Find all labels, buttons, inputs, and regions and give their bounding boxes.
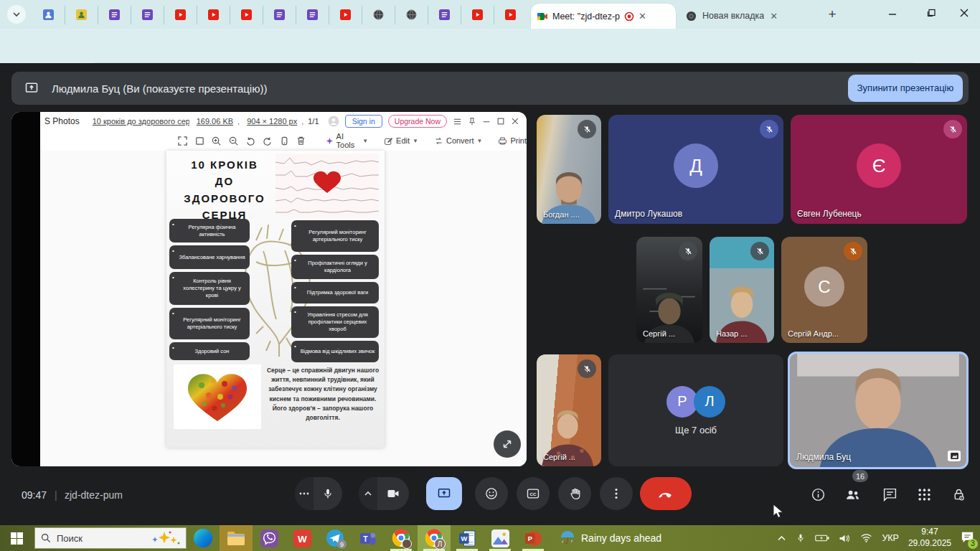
zoom-in-icon[interactable] (208, 133, 225, 148)
tray-clock[interactable]: 9:47 29.09.2025 (908, 527, 951, 549)
host-controls-button[interactable] (950, 486, 967, 503)
participant-tile-dmytro[interactable]: Д Дмитро Лукашов (608, 115, 783, 224)
divider: | (55, 489, 57, 501)
participant-tile-serhii1[interactable]: Сергій ... (636, 237, 702, 343)
captions-button[interactable]: CC (517, 477, 550, 510)
start-button[interactable] (0, 525, 33, 551)
fullscreen-icon[interactable] (174, 133, 192, 148)
taskbar-photos[interactable] (484, 525, 517, 551)
photos-filesize: 169.06 KB (197, 117, 233, 126)
tab-search-button[interactable] (7, 5, 26, 24)
app-minimize-icon[interactable] (482, 117, 491, 126)
account-icon[interactable] (328, 116, 339, 127)
app-close-icon[interactable] (511, 117, 519, 126)
search-highlights-icon[interactable] (150, 530, 180, 546)
tray-mic-icon[interactable] (796, 532, 806, 544)
raise-hand-button[interactable] (558, 477, 591, 510)
camera-effects-icon[interactable] (948, 451, 961, 461)
reactions-button[interactable] (475, 477, 508, 510)
app-menu-icon[interactable] (453, 117, 462, 126)
taskbar-edge[interactable] (187, 525, 220, 551)
taskbar-telegram[interactable]: 9 (319, 525, 352, 551)
taskbar-teams[interactable]: T (352, 525, 385, 551)
tab-close-icon[interactable]: ✕ (639, 11, 646, 21)
stop-presentation-button[interactable]: Зупинити презентацію (848, 75, 963, 102)
mic-button[interactable] (295, 477, 342, 510)
tray-chevron-icon[interactable] (777, 534, 786, 542)
tab-meet[interactable]: Meet: "zjd-dtez-p ✕ (531, 4, 676, 29)
chat-button[interactable] (881, 486, 898, 503)
taskbar-word[interactable]: W (451, 525, 484, 551)
taskbar-powerpoint[interactable]: P (517, 525, 550, 551)
flip-icon[interactable] (276, 133, 293, 148)
rotate-left-icon[interactable] (242, 133, 259, 148)
taskbar-search[interactable]: Поиск (34, 527, 187, 549)
pinned-tab-youtube[interactable] (494, 6, 527, 24)
zoom-out-icon[interactable] (225, 133, 242, 148)
pinned-tab-web[interactable] (362, 6, 395, 24)
participant-tile-liudmyla[interactable]: Людмила Буц (788, 352, 969, 469)
pinned-tab-youtube[interactable] (230, 6, 263, 24)
expand-presentation-button[interactable] (494, 430, 521, 458)
taskbar-viber[interactable] (253, 525, 286, 551)
participant-tile-bohdan[interactable]: Богдан .... (537, 115, 601, 224)
mic-options-icon[interactable] (295, 477, 314, 510)
tab-new[interactable]: Новая вкладка ✕ (680, 6, 801, 26)
pinned-tab-youtube[interactable] (329, 6, 362, 24)
rotate-right-icon[interactable] (259, 133, 276, 148)
present-button-active[interactable] (426, 477, 462, 510)
ai-tools-button[interactable]: AI Tools▼ (326, 132, 368, 149)
wifi-icon[interactable] (860, 533, 872, 543)
more-options-button[interactable] (600, 477, 633, 510)
taskbar-weather[interactable]: Rainy days ahead (560, 530, 661, 546)
end-call-button[interactable] (640, 477, 692, 510)
camera-options-icon[interactable] (359, 477, 377, 510)
activities-button[interactable] (915, 486, 933, 503)
participant-tile-nazar[interactable]: Назар ... (710, 237, 774, 343)
photos-filename[interactable]: 10 кроків до здорового серця.jpg (93, 117, 189, 126)
battery-icon[interactable] (815, 533, 829, 543)
window-close-button[interactable] (948, 0, 980, 26)
taskbar-wps[interactable]: W (286, 525, 319, 551)
participant-tile-yevhen[interactable]: Є Євген Лубенець (791, 115, 967, 224)
more-participants-tile[interactable]: Р Л Ще 7 осіб (608, 354, 783, 466)
tab-close-icon[interactable]: ✕ (770, 11, 778, 21)
pinned-tab-docs[interactable] (428, 6, 461, 24)
window-minimize-button[interactable] (877, 0, 908, 26)
language-indicator[interactable]: УКР (882, 533, 899, 543)
pinned-tab-docs[interactable] (131, 6, 164, 24)
taskbar-chrome-active[interactable]: Л (418, 525, 451, 551)
print-button[interactable]: Print (498, 136, 527, 146)
camera-button[interactable] (359, 477, 409, 510)
convert-button[interactable]: Convert▼ (434, 136, 482, 146)
action-center-button[interactable]: 3 (961, 531, 974, 546)
participant-tile-serhii-andr[interactable]: С Сергій Андр... (781, 237, 867, 343)
new-tab-button[interactable]: + (825, 7, 839, 22)
taskbar-chrome-profile2[interactable] (385, 525, 418, 551)
pinned-tab-docs[interactable] (296, 6, 329, 24)
shared-screen-tile[interactable]: S Photos 10 кроків до здорового серця.jp… (11, 112, 527, 466)
participant-tile-serhii2[interactable]: Сергій ... (537, 354, 601, 466)
upgrade-button[interactable]: Upgrade Now (388, 115, 447, 128)
umbrella-rain-icon (560, 530, 575, 546)
window-maximize-button[interactable] (915, 0, 947, 26)
app-maximize-icon[interactable] (496, 117, 505, 126)
taskbar-explorer[interactable] (220, 525, 253, 551)
pinned-tab-youtube[interactable] (197, 6, 230, 24)
participants-button[interactable] (844, 486, 861, 503)
pinned-tab-youtube[interactable] (461, 6, 494, 24)
meeting-details-button[interactable] (809, 486, 826, 503)
crop-icon[interactable] (192, 133, 209, 148)
pinned-tab-profile-blue[interactable] (32, 6, 65, 24)
pinned-tab-web[interactable] (395, 6, 428, 24)
pinned-tab-profile-yellow[interactable] (65, 6, 98, 24)
pinned-tab-docs[interactable] (263, 6, 296, 24)
edit-button[interactable]: Edit▼ (384, 136, 418, 146)
delete-icon[interactable] (293, 133, 310, 148)
pinned-tab-youtube[interactable] (164, 6, 197, 24)
sign-in-button[interactable]: Sign in (345, 115, 382, 128)
pin-icon[interactable] (468, 117, 476, 126)
photos-page-indicator: 1/1 (308, 117, 319, 126)
speaker-icon[interactable] (839, 533, 851, 544)
pinned-tab-docs[interactable] (98, 6, 131, 24)
